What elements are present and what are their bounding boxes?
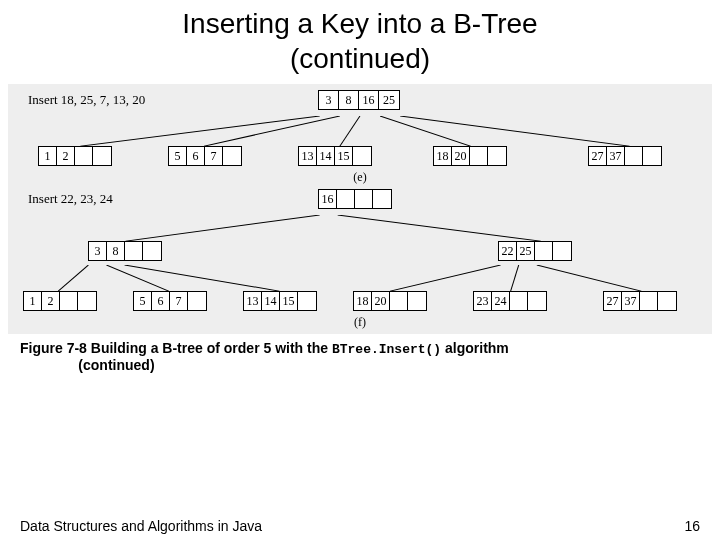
node-e-leaf-2: 13 14 15: [298, 146, 372, 166]
figure-area: Insert 18, 25, 7, 13, 20 3 8 16 25 1 2 5…: [8, 84, 712, 334]
svg-line-4: [400, 116, 629, 146]
caption-post: algorithm: [441, 340, 509, 356]
footer-left: Data Structures and Algorithms in Java: [20, 518, 262, 534]
svg-line-8: [106, 265, 168, 291]
title-line2: (continued): [290, 43, 430, 74]
page-title: Inserting a Key into a B-Tree (continued…: [0, 0, 720, 76]
node-e-leaf-4: 27 37: [588, 146, 662, 166]
sublabel-e: (e): [18, 170, 702, 185]
footer: Data Structures and Algorithms in Java 1…: [20, 518, 700, 534]
svg-line-2: [340, 116, 360, 146]
node-f-leaf-0: 1 2: [23, 291, 97, 311]
svg-line-9: [125, 265, 280, 291]
insert-label-f: Insert 22, 23, 24: [28, 191, 113, 207]
insert-label-e: Insert 18, 25, 7, 13, 20: [28, 92, 145, 108]
node-e-leaf-0: 1 2: [38, 146, 112, 166]
node-f-mid-0: 3 8: [88, 241, 162, 261]
title-line1: Inserting a Key into a B-Tree: [182, 8, 537, 39]
svg-line-1: [204, 116, 340, 146]
node-f-leaf-3: 18 20: [353, 291, 427, 311]
node-f-leaf-1: 5 6 7: [133, 291, 207, 311]
svg-line-5: [126, 215, 320, 241]
node-f-root: 16: [318, 189, 392, 209]
node-f-leaf-2: 13 14 15: [243, 291, 317, 311]
page-number: 16: [684, 518, 700, 534]
node-f-mid-1: 22 25: [498, 241, 572, 261]
node-e-root: 3 8 16 25: [318, 90, 400, 110]
caption-pre: Figure 7-8 Building a B-tree of order 5 …: [20, 340, 332, 356]
node-f-leaf-4: 23 24: [473, 291, 547, 311]
figure-caption: Figure 7-8 Building a B-tree of order 5 …: [0, 334, 720, 373]
caption-code: BTree.Insert(): [332, 342, 441, 357]
svg-line-6: [338, 215, 541, 241]
sublabel-f: (f): [18, 315, 702, 330]
svg-line-3: [380, 116, 471, 146]
svg-line-7: [58, 265, 88, 291]
svg-line-10: [390, 265, 501, 291]
node-e-leaf-1: 5 6 7: [168, 146, 242, 166]
caption-continued: (continued): [78, 357, 154, 373]
node-e-leaf-3: 18 20: [433, 146, 507, 166]
svg-line-11: [511, 265, 519, 291]
svg-line-0: [80, 116, 319, 146]
node-f-leaf-5: 27 37: [603, 291, 677, 311]
svg-line-12: [537, 265, 642, 291]
